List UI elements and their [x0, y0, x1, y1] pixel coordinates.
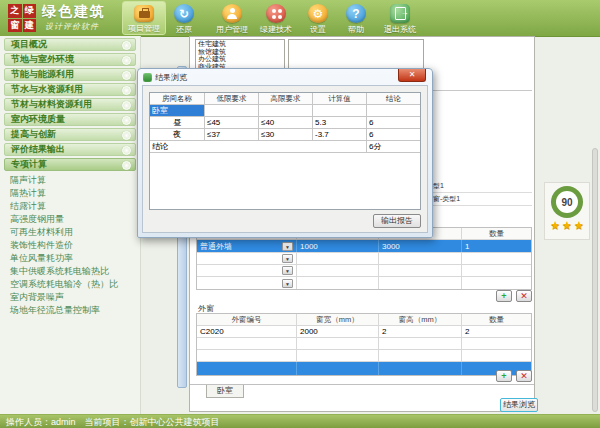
- logo-char: 窗: [8, 19, 22, 33]
- section-circle-icon: [122, 86, 131, 95]
- window-row-empty[interactable]: [197, 338, 531, 350]
- toolbar-project-management-button[interactable]: 项目管理: [122, 1, 166, 35]
- toolbar-label: 用户管理: [216, 24, 248, 35]
- result-row-night[interactable]: 夜 ≤37 ≤30 -3.7 6: [150, 129, 420, 141]
- star-rating: ★ ★ ★: [550, 220, 584, 231]
- toolbar-label: 退出系统: [384, 24, 416, 35]
- toolbar-label: 帮助: [348, 24, 364, 35]
- sidebar-section-energy[interactable]: 节能与能源利用: [4, 68, 136, 81]
- sidebar-item-heating-ratio[interactable]: 集中供暖系统耗电输热比: [0, 265, 140, 278]
- sidebar-item-heat-insulation[interactable]: 隔热计算: [0, 187, 140, 200]
- window-row-selected[interactable]: [197, 362, 531, 375]
- dropdown-icon[interactable]: ▼: [282, 242, 293, 251]
- add-window-button[interactable]: +: [496, 370, 512, 382]
- window-row[interactable]: C2020 2000 2 2: [197, 326, 531, 338]
- sidebar-item-sound-insulation[interactable]: 隔声计算: [0, 174, 140, 187]
- star-icon: ★: [574, 220, 584, 231]
- star-icon: ★: [550, 220, 560, 231]
- sidebar-section-innovation[interactable]: 提高与创新: [4, 128, 136, 141]
- delete-window-button[interactable]: ✕: [516, 370, 532, 382]
- dialog-green-icon: [143, 73, 152, 82]
- toolbar-label: 绿建技术: [260, 24, 292, 35]
- right-scrollbar[interactable]: [592, 148, 598, 412]
- sidebar-section-materials[interactable]: 节材与材料资源利用: [4, 98, 136, 111]
- sidebar: 项目概况 节地与室外环境 节能与能源利用 节水与水资源利用 节材与材料资源利用 …: [0, 36, 141, 414]
- logo-char: 绿: [23, 4, 37, 18]
- app-subtitle: 设计评价软件: [45, 21, 99, 32]
- sidebar-item-decorative-cost[interactable]: 装饰性构件造价: [0, 239, 140, 252]
- sidebar-section-special-calc[interactable]: 专项计算: [4, 158, 136, 171]
- conclusion-label: 结论: [150, 141, 367, 152]
- logo-char: 建: [23, 19, 37, 33]
- sidebar-section-water[interactable]: 节水与水资源利用: [4, 83, 136, 96]
- user-icon: [222, 4, 242, 23]
- sidebar-sub-list: 隔声计算 隔热计算 结露计算 高强度钢用量 可再生材料利用 装饰性构件造价 单位…: [0, 174, 140, 317]
- sidebar-section-project-overview[interactable]: 项目概况: [4, 38, 136, 51]
- briefcase-icon: [134, 5, 154, 22]
- add-wall-button[interactable]: +: [496, 290, 512, 302]
- result-table-header: 房间名称 低限要求 高限要求 计算值 结论: [150, 93, 420, 105]
- dropdown-icon[interactable]: ▼: [282, 266, 293, 275]
- result-row-conclusion: 结论 6分: [150, 141, 420, 153]
- close-icon[interactable]: ✕: [398, 69, 426, 82]
- toolbar-green-tech-button[interactable]: 绿建技术: [254, 1, 298, 35]
- sidebar-item-fan-power[interactable]: 单位风量耗功率: [0, 252, 140, 265]
- status-bar: 操作人员：admin 当前项目：创新中心公共建筑项目: [0, 414, 600, 428]
- toolbar-label: 项目管理: [128, 23, 160, 34]
- toolbar-exit-button[interactable]: 退出系统: [378, 1, 422, 35]
- exit-door-icon: [390, 4, 410, 23]
- restore-icon: ↻: [174, 4, 194, 23]
- wall-row-empty[interactable]: ▼: [197, 253, 531, 265]
- sidebar-item-background-noise[interactable]: 室内背景噪声: [0, 291, 140, 304]
- molecule-icon: [266, 4, 286, 23]
- toolbar-user-management-button[interactable]: 用户管理: [210, 1, 254, 35]
- section-circle-icon: [122, 101, 131, 110]
- wall-row-empty[interactable]: ▼: [197, 265, 531, 277]
- qty-header: 数量: [462, 228, 531, 239]
- app-title: 绿色建筑: [42, 3, 106, 21]
- sidebar-section-indoor-env[interactable]: 室内环境质量: [4, 113, 136, 126]
- star-icon: ★: [562, 220, 572, 231]
- section-circle-icon: [122, 71, 131, 80]
- building-type-item[interactable]: 办公建筑: [196, 55, 284, 63]
- window-row-empty[interactable]: [197, 350, 531, 362]
- result-row-day[interactable]: 昼 ≤45 ≤40 5.3 6: [150, 117, 420, 129]
- result-browse-button[interactable]: 结果浏览: [500, 398, 538, 412]
- logo-char: 之: [8, 4, 22, 18]
- sidebar-item-recyclable-materials[interactable]: 可再生材料利用: [0, 226, 140, 239]
- dialog-title: 结果浏览: [155, 72, 187, 83]
- selected-room-cell[interactable]: 卧室: [150, 105, 205, 116]
- sidebar-item-hvac-ratio[interactable]: 空调系统耗电输冷（热）比: [0, 278, 140, 291]
- sidebar-section-result-output[interactable]: 评价结果输出: [4, 143, 136, 156]
- sidebar-item-runoff-control[interactable]: 场地年径流总量控制率: [0, 304, 140, 317]
- section-circle-icon: [122, 161, 131, 170]
- result-row-room[interactable]: 卧室: [150, 105, 420, 117]
- background-list-item[interactable]: 类型1: [426, 179, 532, 193]
- secondary-listbox[interactable]: [288, 39, 424, 71]
- building-type-item[interactable]: 住宅建筑: [196, 40, 284, 48]
- tab-bedroom[interactable]: 卧室: [206, 385, 244, 398]
- conclusion-value: 6分: [367, 141, 420, 152]
- dropdown-icon[interactable]: ▼: [282, 279, 293, 288]
- wall-row-selected[interactable]: 普通外墙▼ 1000 3000 1: [197, 240, 531, 253]
- background-list-item[interactable]: 外窗-类型1: [426, 192, 532, 206]
- sidebar-item-steel-usage[interactable]: 高强度钢用量: [0, 213, 140, 226]
- window-table: 外窗编号 窗宽（mm） 窗高（mm） 数量 C2020 2000 2 2: [196, 313, 532, 376]
- dialog-titlebar[interactable]: 结果浏览: [138, 69, 432, 85]
- building-type-listbox: 住宅建筑 旅馆建筑 办公建筑 商业建筑: [195, 39, 285, 71]
- dropdown-icon[interactable]: ▼: [282, 254, 293, 263]
- toolbar-label: 设置: [310, 24, 326, 35]
- app-header: 之 绿 窗 建 绿色建筑 设计评价软件 项目管理 ↻ 还原 用户管理 绿建技术 …: [0, 0, 600, 37]
- delete-wall-button[interactable]: ✕: [516, 290, 532, 302]
- wall-row-empty[interactable]: ▼: [197, 277, 531, 289]
- toolbar-restore-button[interactable]: ↻ 还原: [162, 1, 206, 35]
- score-panel: 90 ★ ★ ★: [544, 182, 590, 240]
- output-report-button[interactable]: 输出报告: [373, 214, 421, 228]
- sidebar-item-condensation[interactable]: 结露计算: [0, 200, 140, 213]
- app-logo: 之 绿 窗 建: [8, 4, 36, 32]
- section-circle-icon: [122, 131, 131, 140]
- sidebar-section-site-outdoor[interactable]: 节地与室外环境: [4, 53, 136, 66]
- section-circle-icon: [122, 56, 131, 65]
- toolbar-help-button[interactable]: ? 帮助: [334, 1, 378, 35]
- building-type-item[interactable]: 旅馆建筑: [196, 48, 284, 56]
